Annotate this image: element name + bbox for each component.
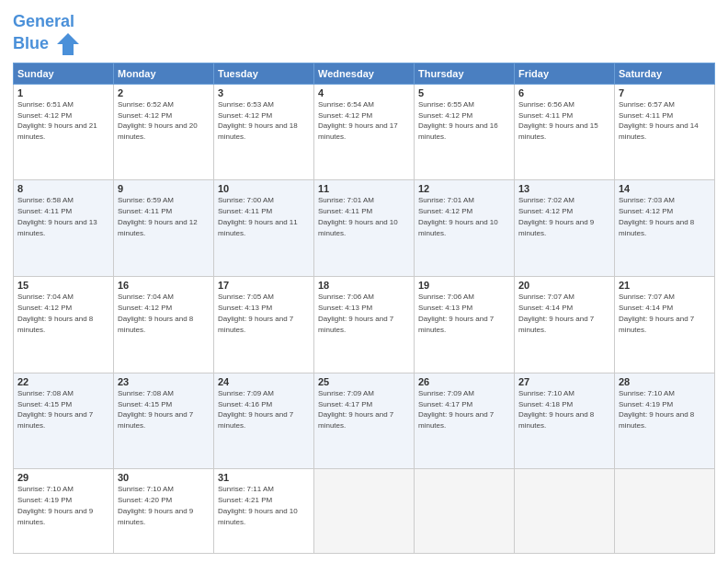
day-info: Sunrise: 7:09 AMSunset: 4:16 PMDaylight:… [218,389,293,430]
calendar-cell: 26 Sunrise: 7:09 AMSunset: 4:17 PMDaylig… [415,373,515,469]
weekday-header-cell: Sunday [14,63,114,84]
calendar-cell: 15 Sunrise: 7:04 AMSunset: 4:12 PMDaylig… [14,277,114,373]
calendar-cell [515,469,615,554]
calendar-cell: 5 Sunrise: 6:55 AMSunset: 4:12 PMDayligh… [415,84,515,180]
calendar-cell: 29 Sunrise: 7:10 AMSunset: 4:19 PMDaylig… [14,469,114,554]
day-number: 11 [318,183,410,194]
day-number: 27 [518,376,610,387]
day-number: 6 [518,87,610,98]
day-number: 14 [619,183,711,194]
calendar-cell: 24 Sunrise: 7:09 AMSunset: 4:16 PMDaylig… [214,373,314,469]
calendar-cell: 31 Sunrise: 7:11 AMSunset: 4:21 PMDaylig… [214,469,314,554]
day-number: 9 [118,183,210,194]
calendar-cell: 27 Sunrise: 7:10 AMSunset: 4:18 PMDaylig… [515,373,615,469]
day-number: 17 [218,280,310,291]
calendar-cell: 19 Sunrise: 7:06 AMSunset: 4:13 PMDaylig… [415,277,515,373]
day-number: 10 [218,183,310,194]
day-info: Sunrise: 7:02 AMSunset: 4:12 PMDaylight:… [518,196,594,236]
day-info: Sunrise: 6:54 AMSunset: 4:12 PMDaylight:… [318,100,398,141]
day-number: 12 [418,183,510,194]
day-number: 2 [118,87,210,98]
calendar-cell: 25 Sunrise: 7:09 AMSunset: 4:17 PMDaylig… [314,373,415,469]
calendar-cell [314,469,415,554]
day-info: Sunrise: 7:01 AMSunset: 4:11 PMDaylight:… [318,196,398,236]
day-number: 23 [118,376,210,387]
svg-marker-0 [57,33,79,55]
calendar-cell: 11 Sunrise: 7:01 AMSunset: 4:11 PMDaylig… [314,180,415,277]
day-number: 13 [518,183,610,194]
day-info: Sunrise: 7:08 AMSunset: 4:15 PMDaylight:… [17,389,93,430]
weekday-header: SundayMondayTuesdayWednesdayThursdayFrid… [14,63,715,84]
day-info: Sunrise: 7:03 AMSunset: 4:12 PMDaylight:… [619,196,694,236]
day-info: Sunrise: 7:10 AMSunset: 4:18 PMDaylight:… [518,389,594,430]
day-number: 16 [118,280,210,291]
calendar-cell: 14 Sunrise: 7:03 AMSunset: 4:12 PMDaylig… [615,180,715,277]
day-info: Sunrise: 6:53 AMSunset: 4:12 PMDaylight:… [218,100,298,141]
day-number: 30 [118,472,210,483]
day-number: 31 [218,472,310,483]
weekday-header-cell: Tuesday [214,63,314,84]
logo-text2: Blue [13,31,81,57]
calendar-cell: 18 Sunrise: 7:06 AMSunset: 4:13 PMDaylig… [314,277,415,373]
calendar-cell: 4 Sunrise: 6:54 AMSunset: 4:12 PMDayligh… [314,84,415,180]
day-number: 20 [518,280,610,291]
calendar-cell: 30 Sunrise: 7:10 AMSunset: 4:20 PMDaylig… [114,469,214,554]
calendar-cell: 28 Sunrise: 7:10 AMSunset: 4:19 PMDaylig… [615,373,715,469]
calendar-cell: 3 Sunrise: 6:53 AMSunset: 4:12 PMDayligh… [214,84,314,180]
calendar-cell: 1 Sunrise: 6:51 AMSunset: 4:12 PMDayligh… [14,84,114,180]
calendar-cell: 12 Sunrise: 7:01 AMSunset: 4:12 PMDaylig… [415,180,515,277]
weekday-header-cell: Friday [515,63,615,84]
day-info: Sunrise: 6:51 AMSunset: 4:12 PMDaylight:… [17,100,97,141]
day-info: Sunrise: 7:09 AMSunset: 4:17 PMDaylight:… [418,389,494,430]
day-info: Sunrise: 7:07 AMSunset: 4:14 PMDaylight:… [518,293,594,333]
day-number: 25 [318,376,410,387]
calendar-page: General Blue SundayMondayTuesdayWednesda… [0,0,728,563]
calendar-cell: 13 Sunrise: 7:02 AMSunset: 4:12 PMDaylig… [515,180,615,277]
calendar-cell: 17 Sunrise: 7:05 AMSunset: 4:13 PMDaylig… [214,277,314,373]
day-number: 21 [619,280,711,291]
weekday-header-cell: Saturday [615,63,715,84]
day-info: Sunrise: 6:56 AMSunset: 4:11 PMDaylight:… [518,100,598,141]
day-number: 22 [17,376,109,387]
header: General Blue [13,9,715,57]
calendar-cell: 7 Sunrise: 6:57 AMSunset: 4:11 PMDayligh… [615,84,715,180]
day-info: Sunrise: 7:00 AMSunset: 4:11 PMDaylight:… [218,196,298,236]
day-number: 19 [418,280,510,291]
calendar-cell: 20 Sunrise: 7:07 AMSunset: 4:14 PMDaylig… [515,277,615,373]
weekday-header-cell: Wednesday [314,63,415,84]
day-info: Sunrise: 7:09 AMSunset: 4:17 PMDaylight:… [318,389,393,430]
logo-text: General [13,13,81,31]
weekday-header-cell: Monday [114,63,214,84]
day-info: Sunrise: 7:06 AMSunset: 4:13 PMDaylight:… [318,293,393,333]
day-info: Sunrise: 7:08 AMSunset: 4:15 PMDaylight:… [118,389,193,430]
day-info: Sunrise: 7:10 AMSunset: 4:19 PMDaylight:… [619,389,694,430]
day-info: Sunrise: 7:01 AMSunset: 4:12 PMDaylight:… [418,196,498,236]
calendar-cell: 10 Sunrise: 7:00 AMSunset: 4:11 PMDaylig… [214,180,314,277]
day-info: Sunrise: 7:07 AMSunset: 4:14 PMDaylight:… [619,293,694,333]
calendar-cell: 22 Sunrise: 7:08 AMSunset: 4:15 PMDaylig… [14,373,114,469]
day-number: 29 [17,472,109,483]
day-info: Sunrise: 7:04 AMSunset: 4:12 PMDaylight:… [118,293,193,333]
day-info: Sunrise: 7:04 AMSunset: 4:12 PMDaylight:… [17,293,93,333]
day-number: 24 [218,376,310,387]
day-info: Sunrise: 7:11 AMSunset: 4:21 PMDaylight:… [218,485,298,525]
day-info: Sunrise: 7:06 AMSunset: 4:13 PMDaylight:… [418,293,494,333]
day-number: 5 [418,87,510,98]
day-info: Sunrise: 7:10 AMSunset: 4:20 PMDaylight:… [118,485,193,525]
day-info: Sunrise: 7:10 AMSunset: 4:19 PMDaylight:… [17,485,93,525]
day-number: 28 [619,376,711,387]
calendar-cell: 2 Sunrise: 6:52 AMSunset: 4:12 PMDayligh… [114,84,214,180]
calendar-cell: 16 Sunrise: 7:04 AMSunset: 4:12 PMDaylig… [114,277,214,373]
calendar-cell: 9 Sunrise: 6:59 AMSunset: 4:11 PMDayligh… [114,180,214,277]
day-number: 26 [418,376,510,387]
weekday-header-cell: Thursday [415,63,515,84]
day-info: Sunrise: 6:55 AMSunset: 4:12 PMDaylight:… [418,100,498,141]
day-number: 15 [17,280,109,291]
calendar-cell [615,469,715,554]
calendar-cell: 23 Sunrise: 7:08 AMSunset: 4:15 PMDaylig… [114,373,214,469]
day-number: 1 [17,87,109,98]
day-info: Sunrise: 6:58 AMSunset: 4:11 PMDaylight:… [17,196,97,236]
calendar-cell: 8 Sunrise: 6:58 AMSunset: 4:11 PMDayligh… [14,180,114,277]
day-number: 8 [17,183,109,194]
calendar-cell: 21 Sunrise: 7:07 AMSunset: 4:14 PMDaylig… [615,277,715,373]
